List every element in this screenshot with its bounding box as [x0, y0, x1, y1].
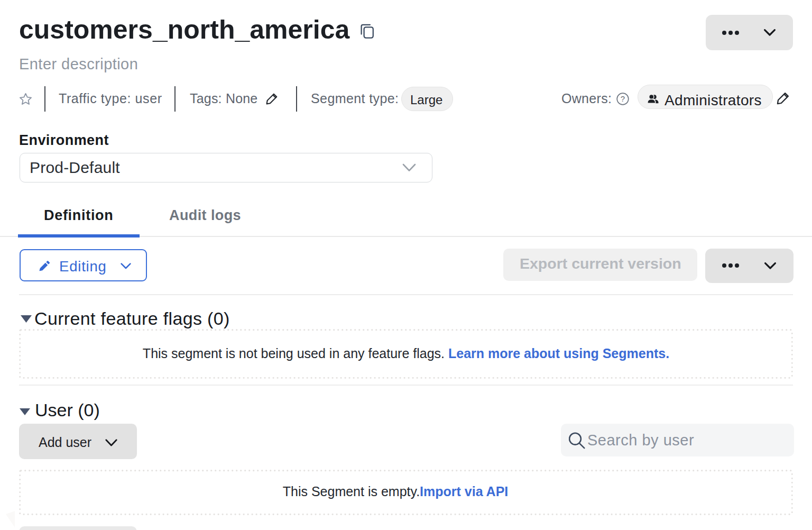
svg-text:?: ?	[621, 94, 625, 103]
